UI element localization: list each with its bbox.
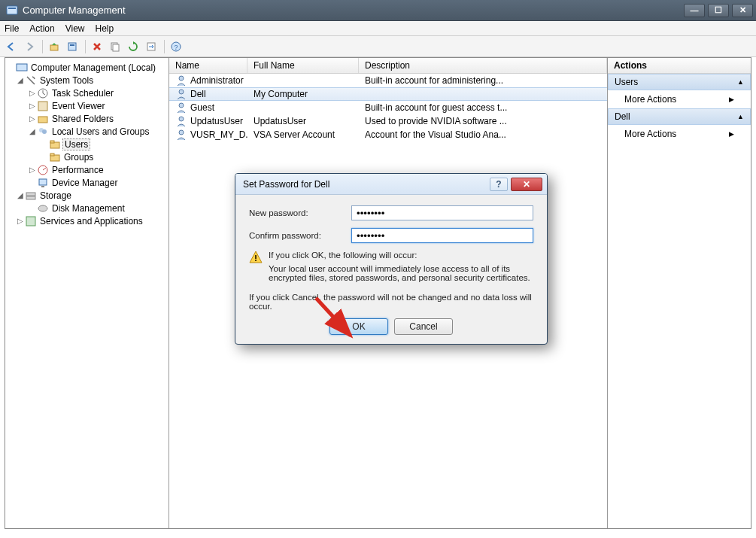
- list-row[interactable]: DellMy Computer: [169, 87, 607, 101]
- expand-icon[interactable]: ▷: [28, 166, 37, 174]
- tree-storage[interactable]: ◢ Storage: [5, 189, 169, 202]
- confirm-password-input[interactable]: [351, 228, 533, 243]
- back-button[interactable]: [3, 38, 20, 55]
- tree-shared-folders[interactable]: ▷ Shared Folders: [5, 112, 169, 125]
- device-icon: [37, 177, 49, 189]
- svg-point-28: [179, 90, 184, 94]
- tree-local-users-groups[interactable]: ◢ Local Users and Groups: [5, 125, 169, 138]
- cancel-message: If you click Cancel, the password will n…: [249, 293, 533, 311]
- collapse-icon[interactable]: ◢: [16, 191, 25, 199]
- clock-icon: [37, 87, 49, 99]
- tree-disk-management[interactable]: Disk Management: [5, 202, 169, 214]
- list-row[interactable]: GuestBuilt-in account for guest access t…: [169, 101, 607, 114]
- storage-icon: [25, 190, 37, 202]
- properties-button[interactable]: [64, 38, 80, 55]
- expand-icon[interactable]: ▷: [28, 102, 37, 110]
- new-password-label: New password:: [249, 208, 351, 217]
- forward-button[interactable]: [21, 38, 38, 55]
- export-button[interactable]: [143, 38, 159, 55]
- cell-name: Administrator: [190, 75, 244, 86]
- svg-rect-13: [38, 117, 47, 123]
- warning-body: Your local user account will immediately…: [269, 264, 533, 282]
- cell-fullname: VSA Server Account: [247, 129, 359, 140]
- services-icon: [25, 215, 37, 227]
- collapse-icon[interactable]: ◢: [28, 127, 37, 135]
- folder-icon: [49, 151, 61, 163]
- delete-button[interactable]: [89, 38, 105, 55]
- expand-icon[interactable]: ▷: [28, 89, 37, 97]
- svg-rect-6: [113, 44, 119, 51]
- tree-performance[interactable]: ▷ Performance: [5, 163, 169, 176]
- list-header: Name Full Name Description: [169, 58, 607, 74]
- tree-system-tools[interactable]: ◢ System Tools: [5, 74, 169, 87]
- close-button[interactable]: ✕: [732, 4, 753, 17]
- maximize-button[interactable]: ☐: [708, 4, 729, 17]
- cell-description: Built-in account for guest access t...: [359, 102, 607, 113]
- confirm-password-label: Confirm password:: [249, 231, 351, 240]
- tree-root[interactable]: Computer Management (Local): [5, 61, 169, 74]
- svg-rect-12: [38, 102, 47, 111]
- svg-point-29: [179, 103, 184, 108]
- menu-action[interactable]: Action: [29, 23, 54, 34]
- up-button[interactable]: [46, 38, 62, 55]
- collapse-icon: ▲: [737, 78, 744, 86]
- collapse-icon: ▲: [737, 113, 744, 120]
- set-password-dialog: Set Password for Dell ? ✕ New password: …: [235, 173, 548, 345]
- expand-icon[interactable]: ▷: [28, 114, 37, 123]
- cell-name: UpdatusUser: [190, 116, 243, 126]
- user-icon: [175, 88, 187, 100]
- svg-point-27: [179, 76, 184, 81]
- svg-rect-0: [7, 6, 17, 14]
- svg-rect-10: [17, 64, 27, 71]
- dialog-title: Set Password for Dell: [243, 179, 490, 190]
- col-description[interactable]: Description: [359, 58, 607, 73]
- copy-button[interactable]: [107, 38, 123, 55]
- svg-point-25: [38, 205, 47, 211]
- svg-rect-3: [68, 43, 76, 50]
- svg-rect-24: [26, 196, 35, 199]
- performance-icon: [37, 164, 49, 176]
- titlebar: Computer Management — ☐ ✕: [0, 0, 756, 21]
- help-button[interactable]: ?: [168, 38, 184, 55]
- tree-device-manager[interactable]: Device Manager: [5, 176, 169, 189]
- col-fullname[interactable]: Full Name: [247, 58, 359, 73]
- tree-event-viewer[interactable]: ▷ Event Viewer: [5, 99, 169, 112]
- list-row[interactable]: UpdatusUserUpdatusUserUsed to provide NV…: [169, 114, 607, 128]
- actions-more-users[interactable]: More Actions ▶: [608, 90, 751, 108]
- user-icon: [175, 115, 187, 127]
- cell-fullname: My Computer: [247, 89, 359, 99]
- tree-groups[interactable]: Groups: [5, 150, 169, 163]
- svg-point-30: [179, 117, 184, 121]
- list-row[interactable]: AdministratorBuilt-in account for admini…: [169, 74, 607, 87]
- menu-bar: File Action View Help: [0, 21, 756, 36]
- expand-icon[interactable]: ▷: [16, 217, 25, 225]
- actions-header: Actions: [608, 58, 751, 74]
- menu-file[interactable]: File: [5, 23, 19, 34]
- new-password-input[interactable]: [351, 205, 533, 220]
- ok-button[interactable]: OK: [329, 318, 388, 335]
- refresh-button[interactable]: [125, 38, 141, 55]
- tree-services-apps[interactable]: ▷ Services and Applications: [5, 214, 169, 227]
- actions-section-dell[interactable]: Dell ▲: [608, 108, 751, 125]
- tree-task-scheduler[interactable]: ▷ Task Scheduler: [5, 87, 169, 99]
- svg-point-31: [179, 130, 184, 135]
- svg-rect-4: [70, 44, 74, 46]
- tree-pane[interactable]: Computer Management (Local) ◢ System Too…: [5, 58, 169, 528]
- collapse-icon[interactable]: ◢: [16, 76, 25, 84]
- dialog-help-button[interactable]: ?: [490, 178, 508, 191]
- dialog-close-button[interactable]: ✕: [511, 178, 542, 191]
- actions-pane: Actions Users ▲ More Actions ▶ Dell ▲ Mo…: [608, 58, 751, 528]
- actions-section-users[interactable]: Users ▲: [608, 74, 751, 90]
- menu-help[interactable]: Help: [96, 23, 114, 34]
- event-icon: [37, 100, 49, 112]
- col-name[interactable]: Name: [169, 58, 247, 73]
- svg-rect-1: [8, 8, 16, 9]
- menu-view[interactable]: View: [65, 23, 85, 34]
- tree-users[interactable]: Users: [5, 138, 169, 150]
- list-row[interactable]: VUSR_MY_D...VSA Server AccountAccount fo…: [169, 128, 607, 141]
- app-icon: [6, 5, 18, 17]
- submenu-icon: ▶: [729, 96, 734, 103]
- cancel-button[interactable]: Cancel: [394, 318, 453, 335]
- actions-more-dell[interactable]: More Actions ▶: [608, 125, 751, 143]
- minimize-button[interactable]: —: [684, 4, 705, 17]
